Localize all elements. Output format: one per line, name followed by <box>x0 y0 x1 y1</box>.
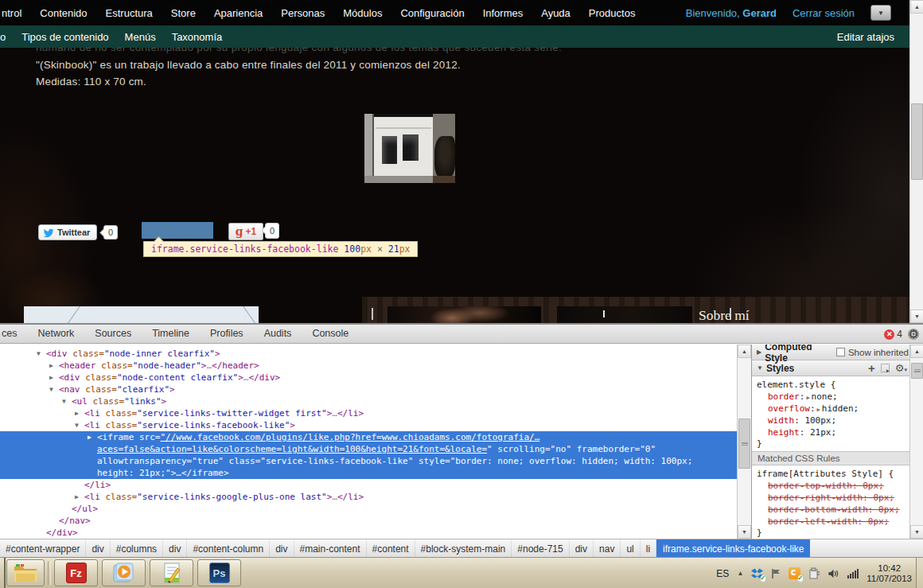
admin-menu-item[interactable]: Módulos <box>343 7 382 19</box>
dom-tree-node[interactable]: ▼<li class="service-links-facebook-like"… <box>0 419 737 431</box>
thumbnail-photo-2[interactable] <box>557 306 692 323</box>
dom-tree-node[interactable]: ▼<div class="node-inner clearfix"> <box>0 348 737 360</box>
scroll-down-button[interactable]: ▼ <box>910 525 923 539</box>
shortcut-item[interactable]: Taxonomía <box>172 31 223 43</box>
css-property-overridden[interactable]: border-bottom-width: 0px; <box>757 504 923 516</box>
show-desktop-button[interactable] <box>916 558 923 588</box>
dom-tree-node[interactable]: </div> <box>0 527 737 539</box>
expanded-arrow-icon[interactable]: ▼ <box>757 364 763 372</box>
dom-tree-node[interactable]: ▶<iframe src="//www.facebook.com/plugins… <box>0 431 737 443</box>
collapsed-arrow-icon[interactable]: ▶ <box>757 349 761 356</box>
breadcrumb-item[interactable]: div <box>270 539 294 559</box>
devtools-tab[interactable]: Audits <box>254 325 302 343</box>
taskbar-button-photoshop[interactable]: Ps <box>197 559 241 586</box>
css-property-name[interactable]: border <box>768 391 800 402</box>
logout-link[interactable]: Cerrar sesión <box>793 7 855 19</box>
admin-menu-item[interactable]: Estructura <box>106 7 153 19</box>
devtools-tab[interactable]: Network <box>27 325 84 343</box>
breadcrumb-item[interactable]: nav <box>594 539 621 559</box>
dom-tree-node[interactable]: ▶<li class="service-links-google-plus-on… <box>0 491 737 503</box>
breadcrumb-item[interactable]: #content-column <box>187 539 270 559</box>
css-property[interactable]: border:▶none; <box>757 391 923 403</box>
element-state-icon[interactable] <box>881 364 890 372</box>
sync-app-icon[interactable]: ✓ <box>789 567 800 579</box>
devtools-tab[interactable]: Timeline <box>142 325 200 343</box>
collapsed-arrow-icon[interactable]: ▶ <box>88 431 97 443</box>
collapsed-arrow-icon[interactable]: ▶ <box>49 372 59 384</box>
css-property-overridden[interactable]: border-left-width: 0px; <box>757 516 923 528</box>
scroll-up-button[interactable]: ▲ <box>910 345 923 358</box>
tweet-button[interactable]: Twittear <box>38 224 97 240</box>
speaker-icon[interactable] <box>828 568 839 579</box>
username[interactable]: Gerard <box>742 7 777 19</box>
admin-menu-item[interactable]: ntrol <box>2 7 21 19</box>
css-property-value[interactable]: 100px; <box>804 415 836 426</box>
collapsed-arrow-icon[interactable]: ▶ <box>49 360 59 372</box>
scroll-up-button[interactable]: ▲ <box>910 0 923 14</box>
devtools-tab[interactable]: Profiles <box>200 325 254 343</box>
shortcut-item[interactable]: Menús <box>125 31 156 43</box>
scroll-down-button[interactable]: ▼ <box>910 310 923 323</box>
css-property[interactable]: overflow:▶hidden; <box>757 403 923 415</box>
breadcrumb-item[interactable]: div <box>86 539 110 559</box>
breadcrumb-item[interactable]: #content-wrapper <box>0 539 86 559</box>
breadcrumb-item[interactable]: div <box>570 539 594 559</box>
scrollbar-thumb[interactable] <box>738 419 750 469</box>
scrollbar-thumb[interactable] <box>911 103 923 180</box>
google-plus-one-button[interactable]: g +1 <box>228 223 263 240</box>
language-indicator[interactable]: ES <box>716 568 729 579</box>
edit-shortcuts-link[interactable]: Editar atajos <box>837 31 894 43</box>
taskbar-clock[interactable]: 10:42 11/07/2013 <box>867 563 912 584</box>
dom-tree-node[interactable]: </li> <box>0 479 737 491</box>
dom-tree-node[interactable]: ▶<div class="node-content clearfix">…</d… <box>0 372 737 384</box>
scroll-down-button[interactable]: ▼ <box>738 525 751 539</box>
admin-menu-item[interactable]: Productos <box>589 7 636 19</box>
css-property-value[interactable]: 21px; <box>810 427 836 438</box>
admin-menu-item[interactable]: Contenido <box>40 7 87 19</box>
breadcrumb-item[interactable]: #content <box>367 539 415 559</box>
taskbar-button-notepad-plus-plus[interactable] <box>150 559 193 586</box>
css-property-name[interactable]: overflow <box>768 403 810 414</box>
scroll-up-button[interactable]: ▲ <box>738 345 751 358</box>
dom-tree-node[interactable]: allowtransparency="true" class="service-… <box>0 455 737 467</box>
show-inherited-checkbox[interactable] <box>836 348 845 356</box>
scrollbar-thumb[interactable] <box>911 363 923 379</box>
css-property-value[interactable]: none; <box>812 391 838 402</box>
expanded-arrow-icon[interactable]: ▼ <box>49 384 59 395</box>
breadcrumb-item[interactable]: #columns <box>111 539 163 559</box>
dom-tree-scrollbar[interactable]: ▲ ▼ <box>737 345 751 539</box>
toolbar-toggle-button[interactable]: ▼ <box>870 5 891 21</box>
show-inherited-label[interactable]: Show inherited <box>848 348 909 357</box>
rule-selector[interactable]: element.style { <box>757 379 923 391</box>
css-property-name[interactable]: height <box>768 427 800 438</box>
admin-menu-item[interactable]: Store <box>171 7 196 19</box>
taskbar-button-filezilla[interactable]: Fz <box>54 559 98 586</box>
admin-menu-item[interactable]: Personas <box>281 7 325 19</box>
devtools-tab[interactable]: Console <box>302 325 359 343</box>
dom-tree-node[interactable]: aces=false&action=like&colorscheme=light… <box>0 443 737 455</box>
expanded-arrow-icon[interactable]: ▼ <box>62 395 72 407</box>
breadcrumb-item[interactable]: #block-system-main <box>415 539 512 559</box>
error-counter[interactable]: ✕ 4 <box>884 329 902 340</box>
computed-style-header[interactable]: ▶ Computed Style Show inherited <box>752 345 923 360</box>
admin-menu-item[interactable]: Configuración <box>400 7 464 19</box>
gallery-photo[interactable] <box>364 114 455 183</box>
css-property[interactable]: height: 21px; <box>757 426 923 438</box>
dom-tree-node[interactable]: ▶<li class="service-links-twitter-widget… <box>0 407 737 419</box>
shortcut-item[interactable]: o <box>0 31 6 43</box>
network-signal-icon[interactable] <box>847 569 859 578</box>
expanded-arrow-icon[interactable]: ▼ <box>75 419 84 431</box>
styles-header[interactable]: ▼ Styles + ⚙▾ <box>752 360 923 376</box>
expanded-arrow-icon[interactable]: ▼ <box>37 348 46 360</box>
css-property-overridden[interactable]: border-top-width: 0px; <box>757 480 923 492</box>
admin-menu-item[interactable]: Apariencia <box>214 7 263 19</box>
dropbox-icon[interactable]: ✓ <box>751 568 763 579</box>
action-center-flag-icon[interactable] <box>771 568 781 579</box>
css-property-name[interactable]: width <box>768 415 794 426</box>
admin-menu-item[interactable]: Ayuda <box>541 7 571 19</box>
devtools-tab[interactable]: ces <box>0 325 27 343</box>
css-property[interactable]: width: 100px; <box>757 415 923 426</box>
devtools-tab[interactable]: Sources <box>84 325 142 343</box>
collapsed-arrow-icon[interactable]: ▶ <box>75 407 84 419</box>
show-hidden-icons-arrow[interactable]: ▲ <box>737 570 743 577</box>
